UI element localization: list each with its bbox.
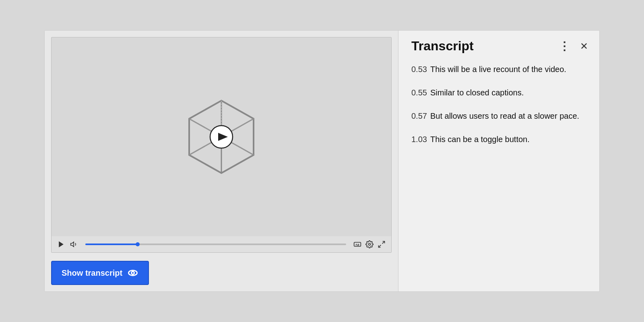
transcript-panel: Transcript ⋮ ✕ 0.53This will be a live r… bbox=[398, 31, 599, 291]
transcript-text: But allows users to read at a slower pac… bbox=[430, 111, 579, 120]
svg-line-16 bbox=[379, 245, 381, 248]
svg-line-15 bbox=[382, 242, 385, 244]
fullscreen-button[interactable] bbox=[377, 239, 386, 249]
close-icon: ✕ bbox=[580, 41, 588, 52]
transcript-entry[interactable]: 0.53This will be a live recount of the v… bbox=[411, 63, 580, 75]
transcript-title: Transcript bbox=[411, 39, 474, 54]
video-player bbox=[51, 37, 392, 253]
show-transcript-label: Show transcript bbox=[62, 268, 122, 278]
progress-bar[interactable] bbox=[85, 244, 346, 245]
svg-marker-12 bbox=[71, 242, 74, 247]
timestamp: 0.57 bbox=[411, 111, 427, 120]
volume-button[interactable] bbox=[69, 239, 79, 249]
video-thumbnail-icon bbox=[177, 93, 266, 181]
svg-point-14 bbox=[369, 244, 371, 246]
more-options-button[interactable]: ⋮ bbox=[557, 39, 572, 54]
play-button[interactable] bbox=[56, 239, 66, 249]
transcript-header-actions: ⋮ ✕ bbox=[557, 39, 590, 54]
close-transcript-button[interactable]: ✕ bbox=[578, 39, 590, 54]
transcript-text: Similar to closed captions. bbox=[430, 88, 524, 97]
timestamp: 1.03 bbox=[411, 135, 427, 144]
captions-button[interactable] bbox=[353, 239, 362, 249]
transcript-entry[interactable]: 0.55Similar to closed captions. bbox=[411, 87, 580, 99]
transcript-content[interactable]: 0.53This will be a live recount of the v… bbox=[398, 60, 599, 291]
settings-button[interactable] bbox=[365, 239, 374, 249]
timestamp: 0.55 bbox=[411, 88, 427, 97]
progress-dot bbox=[136, 242, 140, 246]
more-options-icon: ⋮ bbox=[559, 41, 570, 52]
transcript-text: This can be a toggle button. bbox=[430, 135, 530, 144]
show-transcript-button[interactable]: Show transcript bbox=[51, 261, 149, 285]
main-container: Show transcript Transcript ⋮ ✕ 0.53This … bbox=[44, 30, 600, 292]
eye-icon bbox=[127, 267, 138, 279]
svg-rect-13 bbox=[354, 242, 361, 246]
transcript-header: Transcript ⋮ ✕ bbox=[398, 31, 599, 60]
timestamp: 0.53 bbox=[411, 65, 427, 74]
svg-marker-11 bbox=[59, 242, 64, 248]
right-controls bbox=[353, 239, 386, 249]
svg-point-18 bbox=[132, 272, 134, 275]
video-area bbox=[52, 37, 391, 236]
video-controls-bar bbox=[52, 236, 391, 252]
transcript-entry[interactable]: 0.57But allows users to read at a slower… bbox=[411, 110, 580, 122]
transcript-entry[interactable]: 1.03This can be a toggle button. bbox=[411, 133, 580, 145]
transcript-text: This will be a live recount of the video… bbox=[430, 65, 566, 74]
progress-fill bbox=[85, 244, 138, 245]
left-panel: Show transcript bbox=[45, 31, 398, 291]
